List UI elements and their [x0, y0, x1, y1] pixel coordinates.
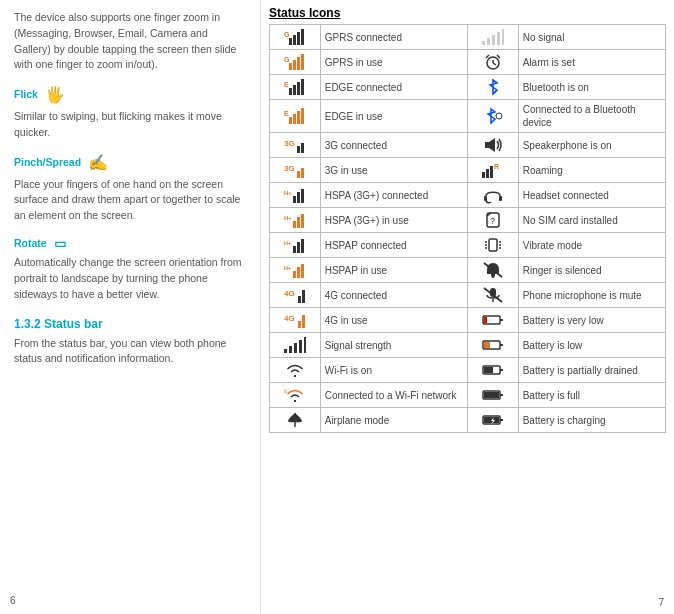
left-icon-cell: H+ — [270, 258, 321, 283]
left-label-cell: GPRS in use — [320, 50, 467, 75]
svg-text:R: R — [494, 163, 499, 170]
svg-rect-28 — [297, 111, 300, 124]
table-row: 3G 3G connected Speakerphone is on — [270, 133, 666, 158]
svg-rect-59 — [489, 239, 497, 251]
table-row: 3G 3G in use R Roaming — [270, 158, 666, 183]
svg-text:3G: 3G — [284, 164, 295, 173]
left-label-cell: Airplane mode — [320, 408, 467, 433]
svg-point-71 — [491, 275, 494, 278]
right-label-cell: No SIM card installed — [518, 208, 665, 233]
svg-line-18 — [486, 55, 489, 58]
table-row: 4G 4G connected Phone microphone is mute — [270, 283, 666, 308]
right-label-cell: Alarm is set — [518, 50, 665, 75]
table-row: H+ HSPA (3G+) in use ? No SIM card insta… — [270, 208, 666, 233]
svg-rect-5 — [482, 41, 485, 45]
svg-rect-26 — [289, 117, 292, 124]
left-icon-cell: G — [270, 25, 321, 50]
page-num-left: 6 — [10, 593, 16, 608]
svg-line-17 — [493, 63, 496, 65]
right-label-cell: Battery is charging — [518, 408, 665, 433]
svg-rect-52 — [301, 214, 304, 228]
left-label-cell: EDGE connected — [320, 75, 467, 100]
panel-title: Status Icons — [269, 6, 666, 20]
svg-rect-83 — [500, 319, 503, 321]
table-row: H+ HSPAP in use Ringer is silenced — [270, 258, 666, 283]
right-label-cell: Bluetooth is on — [518, 75, 665, 100]
svg-rect-94 — [500, 369, 503, 371]
svg-text:H+: H+ — [284, 190, 292, 196]
right-icon-cell: ? — [467, 208, 518, 233]
intro-text: The device also supports one finger zoom… — [14, 10, 246, 73]
left-label-cell: 4G in use — [320, 308, 467, 333]
left-label-cell: 3G in use — [320, 158, 467, 183]
left-label-cell: HSPA (3G+) connected — [320, 183, 467, 208]
right-panel: Status Icons G GPRS connected No signal … — [260, 0, 674, 614]
right-label-cell: Roaming — [518, 158, 665, 183]
svg-rect-101 — [500, 419, 503, 421]
svg-text:H+: H+ — [284, 240, 291, 246]
svg-rect-11 — [289, 63, 292, 70]
svg-rect-50 — [293, 221, 296, 228]
right-icon-cell — [467, 283, 518, 308]
pinch-section: Pinch/Spread ✍ Place your fingers of one… — [14, 151, 246, 224]
left-icon-cell: 4G — [270, 283, 321, 308]
svg-rect-34 — [485, 142, 489, 148]
table-row: Wi-Fi is on Battery is partially drained — [270, 358, 666, 383]
left-label-cell: Signal strength — [320, 333, 467, 358]
flick-icon: 🖐 — [45, 83, 65, 107]
right-label-cell: Battery is full — [518, 383, 665, 408]
rotate-text: Automatically change the screen orientat… — [14, 255, 246, 302]
svg-text:H+: H+ — [284, 215, 292, 221]
svg-text:H+: H+ — [284, 265, 291, 271]
svg-text:3G: 3G — [284, 139, 295, 148]
left-label-cell: HSPAP in use — [320, 258, 467, 283]
svg-text:4G: 4G — [284, 314, 295, 323]
svg-text:G: G — [284, 31, 290, 38]
svg-text:4G: 4G — [284, 289, 295, 298]
left-icon-cell: E — [270, 75, 321, 100]
flick-section: Flick 🖐 Similar to swiping, but flicking… — [14, 83, 246, 141]
right-icon-cell — [467, 308, 518, 333]
svg-rect-3 — [297, 32, 300, 45]
svg-rect-69 — [301, 264, 304, 278]
svg-rect-24 — [301, 79, 304, 95]
svg-rect-91 — [500, 344, 503, 346]
svg-rect-88 — [299, 340, 302, 353]
svg-rect-92 — [484, 342, 490, 348]
svg-rect-57 — [297, 242, 300, 253]
svg-text:G: G — [284, 56, 290, 63]
left-label-cell: HSPAP connected — [320, 233, 467, 258]
svg-rect-33 — [301, 143, 304, 153]
left-icon-cell: E — [270, 100, 321, 133]
flick-text: Similar to swiping, but flicking makes i… — [14, 109, 246, 141]
left-label-cell: 3G connected — [320, 133, 467, 158]
right-label-cell: No signal — [518, 25, 665, 50]
left-panel: The device also supports one finger zoom… — [0, 0, 260, 614]
svg-text:E: E — [284, 110, 289, 117]
right-icon-cell — [467, 358, 518, 383]
right-icon-cell — [467, 50, 518, 75]
svg-rect-43 — [293, 196, 296, 203]
rotate-icon: ▭ — [54, 234, 66, 254]
left-icon-cell — [270, 358, 321, 383]
svg-rect-7 — [492, 35, 495, 45]
svg-rect-4 — [301, 29, 304, 45]
svg-text:E: E — [284, 81, 289, 88]
left-label-cell: 4G connected — [320, 283, 467, 308]
status-bar-section: 1.3.2 Status bar From the status bar, yo… — [14, 315, 246, 368]
right-icon-cell — [467, 100, 518, 133]
status-bar-text: From the status bar, you can view both p… — [14, 336, 246, 368]
page-num-right: 7 — [658, 597, 664, 608]
svg-rect-6 — [487, 38, 490, 45]
left-icon-cell: H+ — [270, 233, 321, 258]
svg-rect-1 — [289, 38, 292, 45]
left-icon-cell: 3G — [270, 133, 321, 158]
table-row: G GPRS connected No signal — [270, 25, 666, 50]
svg-rect-47 — [499, 196, 502, 201]
right-icon-cell — [467, 333, 518, 358]
svg-rect-22 — [293, 85, 296, 95]
svg-rect-85 — [284, 349, 287, 353]
right-icon-cell — [467, 25, 518, 50]
right-label-cell: Speakerphone is on — [518, 133, 665, 158]
left-icon-cell: E — [270, 383, 321, 408]
